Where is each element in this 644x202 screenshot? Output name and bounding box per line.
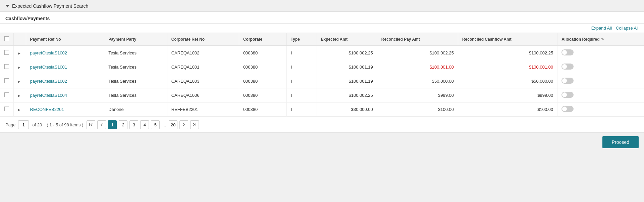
table-row: ▶payrefCteslaS1001Tesla ServicesCAREQA10… [0, 60, 644, 74]
collapse-icon[interactable] [5, 5, 9, 7]
row-checkbox[interactable] [4, 50, 9, 55]
page-5-button[interactable]: 5 [151, 120, 160, 129]
proceed-button[interactable]: Proceed [602, 136, 639, 148]
allocation-toggle[interactable] [561, 106, 574, 112]
expand-all-button[interactable]: Expand All [591, 26, 612, 31]
header-allocation-required: Allocation Required ⇅ [557, 33, 644, 46]
corporate-ref-no-cell: REFFEB2201 [167, 103, 239, 117]
allocation-required-cell [557, 74, 644, 88]
corporate-ref-no-cell: CAREQA1002 [167, 46, 239, 60]
row-checkbox[interactable] [4, 64, 9, 69]
header-corporate-ref-no: Corporate Ref No [167, 33, 239, 46]
expected-amt-cell: $100,002.25 [317, 46, 377, 60]
reconciled-pay-amt-cell: $100,001.00 [377, 60, 458, 74]
page-20-button[interactable]: 20 [169, 120, 177, 129]
reconciled-cashflow-amt-cell: $50,000.00 [458, 74, 557, 88]
search-header: Expected Cashflow Payment Search [0, 0, 644, 12]
row-expand-cell: ▶ [13, 103, 26, 117]
search-header-title: Expected Cashflow Payment Search [12, 3, 88, 9]
corporate-ref-no-cell: CAREQA1006 [167, 88, 239, 103]
row-checkbox-cell [0, 60, 13, 74]
next-page-button[interactable] [179, 120, 188, 129]
table-row: ▶payrefCteslaS1002Tesla ServicesCAREQA10… [0, 46, 644, 60]
payment-ref-no-link[interactable]: payrefCteslaS1004 [30, 93, 67, 98]
expand-row-icon[interactable]: ▶ [18, 80, 20, 83]
row-checkbox[interactable] [4, 107, 9, 111]
corporate-cell: 000380 [239, 88, 286, 103]
row-checkbox-cell [0, 103, 13, 117]
page-label: Page [5, 122, 15, 127]
row-checkbox[interactable] [4, 78, 9, 83]
allocation-required-cell [557, 103, 644, 117]
expand-row-icon[interactable]: ▶ [18, 66, 20, 69]
corporate-cell: 000380 [239, 60, 286, 74]
toggle-slider [561, 92, 574, 98]
header-reconciled-cashflow-amt: Reconciled Cashflow Amt [458, 33, 557, 46]
reconciled-pay-amt-cell: $999.00 [377, 88, 458, 103]
allocation-toggle[interactable] [561, 92, 574, 98]
header-payment-ref-no: Payment Ref No [26, 33, 104, 46]
payment-ref-no-link[interactable]: RECONFEB2201 [30, 107, 64, 112]
table-header: Payment Ref No Payment Party Corporate R… [0, 33, 644, 46]
allocation-toggle[interactable] [561, 78, 574, 84]
allocation-required-cell [557, 88, 644, 103]
payment-party-cell: Tesla Services [104, 60, 167, 74]
page-items-info: ( 1 - 5 of 98 items ) [47, 122, 83, 127]
expand-row-icon[interactable]: ▶ [18, 94, 20, 97]
table-body: ▶payrefCteslaS1002Tesla ServicesCAREQA10… [0, 46, 644, 117]
row-checkbox[interactable] [4, 92, 9, 97]
allocation-toggle[interactable] [561, 64, 574, 70]
page-of-label: of 20 [32, 122, 42, 127]
prev-page-button[interactable] [97, 120, 106, 129]
header-expected-amt: Expected Amt [317, 33, 377, 46]
row-checkbox-cell [0, 88, 13, 103]
table-controls: Expand All Collapse All [0, 24, 644, 33]
payment-ref-no-link[interactable]: payrefCteslaS1002 [30, 79, 67, 84]
last-page-button[interactable] [190, 120, 199, 129]
section-title: Cashflow/Payments [5, 16, 50, 21]
payment-party-cell: Tesla Services [104, 88, 167, 103]
payment-party-cell: Danone [104, 103, 167, 117]
expected-amt-cell: $100,002.25 [317, 88, 377, 103]
page-2-button[interactable]: 2 [119, 120, 127, 129]
header-checkbox-col [0, 33, 13, 46]
toggle-slider [561, 64, 574, 70]
page-wrapper: Expected Cashflow Payment Search Cashflo… [0, 0, 644, 152]
row-checkbox-cell [0, 74, 13, 88]
page-4-button[interactable]: 4 [140, 120, 149, 129]
row-checkbox-cell [0, 46, 13, 60]
table-row: ▶payrefCteslaS1004Tesla ServicesCAREQA10… [0, 88, 644, 103]
page-number-input[interactable] [18, 120, 29, 129]
collapse-all-button[interactable]: Collapse All [616, 26, 639, 31]
table-row: ▶RECONFEB2201DanoneREFFEB2201000380I$30,… [0, 103, 644, 117]
allocation-required-cell [557, 46, 644, 60]
payment-party-cell: Tesla Services [104, 74, 167, 88]
page-3-button[interactable]: 3 [129, 120, 138, 129]
expand-row-icon[interactable]: ▶ [18, 108, 20, 112]
payment-ref-no-link[interactable]: payrefCteslaS1002 [30, 50, 67, 55]
expected-amt-cell: $100,001.19 [317, 60, 377, 74]
payment-ref-no-cell: payrefCteslaS1004 [26, 88, 104, 103]
corporate-cell: 000380 [239, 46, 286, 60]
row-expand-cell: ▶ [13, 74, 26, 88]
page-ellipsis: ... [162, 122, 167, 127]
payment-ref-no-link[interactable]: payrefCteslaS1001 [30, 65, 67, 70]
type-cell: I [286, 46, 317, 60]
expected-amt-cell: $100,001.19 [317, 74, 377, 88]
toggle-slider [561, 49, 574, 55]
row-expand-cell: ▶ [13, 88, 26, 103]
allocation-toggle[interactable] [561, 49, 574, 55]
row-expand-cell: ▶ [13, 46, 26, 60]
pagination-bar: Page of 20 ( 1 - 5 of 98 items ) 1 2 3 4… [0, 117, 644, 132]
header-expand-col [13, 33, 26, 46]
expand-row-icon[interactable]: ▶ [18, 51, 20, 55]
select-all-checkbox[interactable] [4, 36, 9, 41]
page-1-button[interactable]: 1 [108, 120, 117, 129]
first-page-button[interactable] [87, 120, 95, 129]
reconciled-pay-amt-cell: $100,002.25 [377, 46, 458, 60]
type-cell: I [286, 88, 317, 103]
header-payment-party: Payment Party [104, 33, 167, 46]
type-cell: I [286, 74, 317, 88]
type-cell: I [286, 60, 317, 74]
allocation-sort-icon: ⇅ [601, 37, 604, 41]
